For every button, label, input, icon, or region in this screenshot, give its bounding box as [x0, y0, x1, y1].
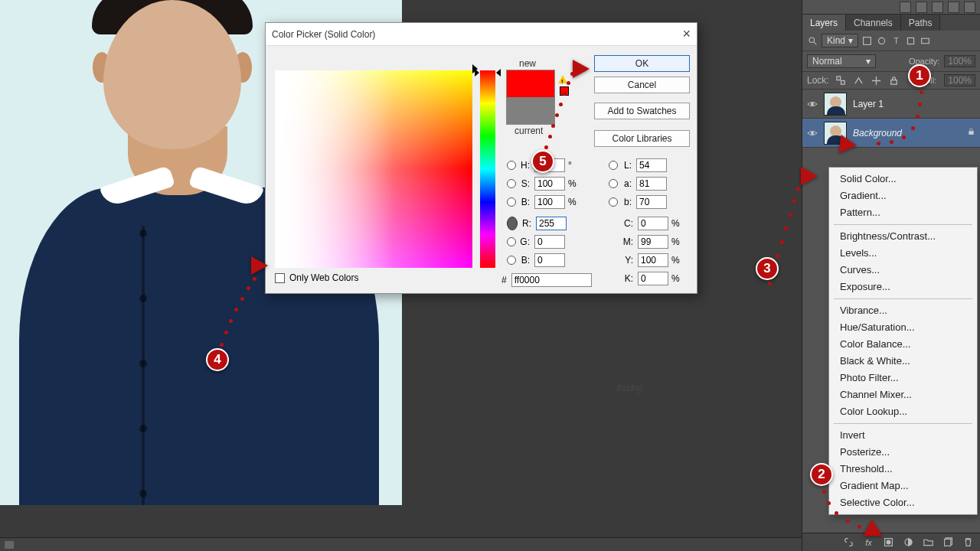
tab-channels[interactable]: Channels — [846, 15, 901, 31]
link-layers-icon[interactable] — [843, 536, 854, 548]
hex-field: # ff0000 — [501, 273, 592, 287]
only-web-label: Only Web Colors — [289, 272, 358, 283]
visibility-eye-icon[interactable] — [807, 128, 818, 139]
color-picker-dialog: Color Picker (Solid Color) × new current… — [265, 22, 697, 294]
b-hsb-field: B: 100 % — [507, 194, 579, 210]
lock-position-icon[interactable] — [871, 75, 882, 86]
a-input[interactable]: 81 — [636, 177, 667, 191]
r-radio[interactable] — [507, 217, 518, 230]
color-libraries-button[interactable]: Color Libraries — [594, 130, 690, 147]
visibility-eye-icon[interactable] — [807, 99, 818, 109]
b-rgb-radio[interactable] — [507, 256, 516, 265]
menu-item[interactable]: Selective Color... — [829, 494, 977, 511]
s-radio[interactable] — [507, 179, 516, 188]
menu-item[interactable]: Channel Mixer... — [829, 386, 977, 403]
menu-item[interactable]: Solid Color... — [829, 171, 977, 187]
cancel-button[interactable]: Cancel — [594, 77, 690, 93]
add-to-swatches-button[interactable]: Add to Swatches — [594, 103, 690, 119]
hex-input[interactable]: ff0000 — [511, 273, 592, 287]
menu-item[interactable]: Hue/Saturation... — [829, 319, 977, 336]
g-radio[interactable] — [507, 237, 516, 246]
fill-value[interactable]: 100% — [944, 74, 975, 86]
annotation-badge-5: 5 — [531, 150, 554, 173]
saturation-brightness-field[interactable] — [275, 70, 472, 268]
blend-mode-select[interactable]: Normal▾ — [807, 54, 876, 68]
m-input[interactable]: 99 — [638, 235, 668, 249]
menu-item[interactable]: Black & White... — [829, 353, 977, 370]
filter-smart-icon[interactable] — [920, 35, 931, 47]
a-field: a: 81 — [609, 175, 667, 192]
menu-item[interactable]: Color Balance... — [829, 336, 977, 353]
only-web-checkbox[interactable] — [275, 273, 285, 283]
menu-item[interactable]: Vibrance... — [829, 302, 977, 319]
a-radio[interactable] — [609, 179, 618, 188]
mask-icon[interactable] — [883, 536, 894, 548]
lock-image-icon[interactable] — [853, 75, 864, 86]
menu-item[interactable]: Levels... — [829, 245, 977, 262]
chevron-down-icon: ▾ — [866, 56, 871, 67]
L-radio[interactable] — [609, 161, 618, 170]
hue-slider[interactable] — [480, 70, 495, 268]
new-layer-icon[interactable] — [942, 536, 954, 548]
b-hsb-input[interactable]: 100 — [534, 195, 565, 209]
y-field: Y: 100 % — [622, 252, 682, 269]
filter-adjust-icon[interactable] — [876, 35, 887, 47]
b-lab-radio[interactable] — [609, 197, 618, 207]
adjustment-context-menu: Solid Color...Gradient...Pattern...Brigh… — [828, 167, 978, 515]
L-input[interactable]: 54 — [636, 158, 667, 172]
opt-icon[interactable] — [964, 2, 975, 13]
tab-layers[interactable]: Layers — [802, 15, 846, 31]
m-field: M: 99 % — [622, 233, 682, 250]
trash-icon[interactable] — [962, 536, 974, 548]
menu-item[interactable]: Color Lookup... — [829, 403, 977, 420]
opt-icon[interactable] — [932, 2, 943, 13]
lock-transparency-icon[interactable] — [835, 75, 847, 86]
layer-name[interactable]: Layer 1 — [853, 99, 884, 109]
group-icon[interactable] — [923, 536, 934, 548]
layer-name[interactable]: Background — [853, 128, 902, 139]
opt-icon[interactable] — [900, 2, 911, 13]
g-input[interactable]: 0 — [534, 235, 565, 249]
opacity-value[interactable]: 100% — [944, 55, 975, 67]
y-input[interactable]: 100 — [638, 253, 668, 267]
svg-rect-2 — [864, 37, 871, 44]
ok-button[interactable]: OK — [594, 55, 690, 72]
menu-item[interactable]: Brightness/Contrast... — [829, 228, 977, 245]
menu-item[interactable]: Gradient Map... — [829, 478, 977, 494]
menu-item[interactable]: Threshold... — [829, 461, 977, 478]
menu-item[interactable]: Gradient... — [829, 187, 977, 204]
swatch-current[interactable] — [507, 97, 554, 124]
filter-shape-icon[interactable] — [905, 35, 916, 47]
b-hsb-radio[interactable] — [507, 197, 516, 207]
s-input[interactable]: 100 — [534, 177, 565, 191]
tab-paths[interactable]: Paths — [901, 15, 941, 31]
opt-icon[interactable] — [916, 2, 927, 13]
layer-row[interactable]: Layer 1 — [802, 90, 980, 119]
swatch-new[interactable] — [507, 70, 554, 97]
menu-item[interactable]: Photo Filter... — [829, 370, 977, 386]
filter-type-icon[interactable]: T — [890, 35, 902, 47]
layer-thumb[interactable] — [824, 93, 847, 116]
horizontal-scrollbar[interactable] — [0, 537, 802, 551]
menu-item[interactable]: Curves... — [829, 262, 977, 279]
adjustment-layer-icon[interactable] — [903, 536, 914, 548]
b-lab-input[interactable]: 70 — [636, 195, 667, 209]
b-rgb-input[interactable]: 0 — [534, 253, 565, 267]
c-input[interactable]: 0 — [638, 217, 668, 230]
only-web-colors-field[interactable]: Only Web Colors — [275, 272, 358, 283]
h-radio[interactable] — [507, 161, 516, 170]
filter-pixel-icon[interactable] — [861, 35, 873, 47]
dialog-titlebar[interactable]: Color Picker (Solid Color) × — [266, 23, 697, 46]
menu-item[interactable]: Exposure... — [829, 279, 977, 295]
lock-all-icon[interactable] — [888, 75, 900, 86]
opt-icon[interactable] — [948, 2, 959, 13]
filter-kind-select[interactable]: Kind▾ — [822, 34, 858, 47]
r-field: R: 255 — [507, 215, 567, 232]
menu-item[interactable]: Invert — [829, 427, 977, 444]
k-input[interactable]: 0 — [638, 272, 668, 285]
close-icon[interactable]: × — [682, 26, 691, 42]
menu-item[interactable]: Posterize... — [829, 444, 977, 461]
g-field: G: 0 — [507, 233, 565, 250]
menu-item[interactable]: Pattern... — [829, 204, 977, 221]
r-input[interactable]: 255 — [536, 217, 567, 230]
